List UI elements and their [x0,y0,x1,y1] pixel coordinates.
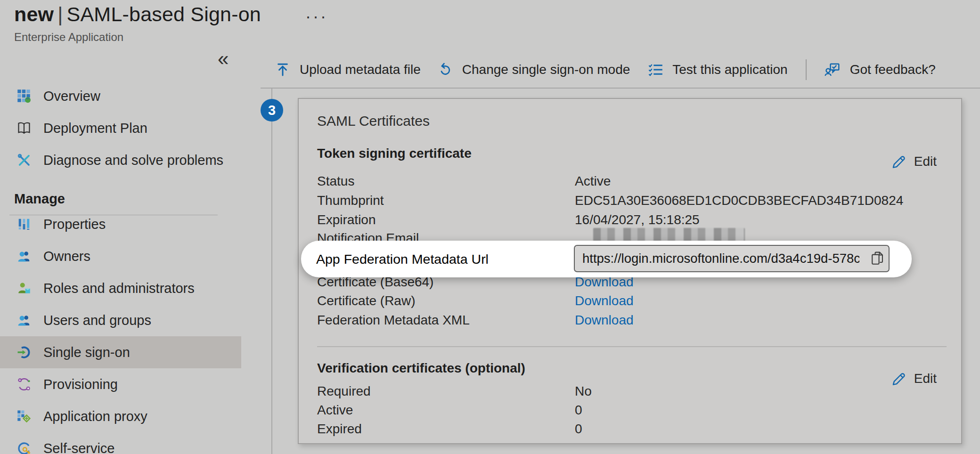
sidebar-item-label: Deployment Plan [43,121,147,136]
verification-row-active: Active 0 [317,401,944,420]
crossed-tools-icon [17,153,31,167]
command-bar: Upload metadata file Change single sign-… [275,52,936,88]
page-header: new|SAML-based Sign-on Enterprise Applic… [14,3,261,44]
saml-sign-on-page: new|SAML-based Sign-on Enterprise Applic… [0,0,980,454]
sidebar-item-application-proxy[interactable]: Application proxy [0,400,241,432]
sidebar-item-label: Single sign-on [43,345,130,360]
metadata-url-input[interactable]: https://login.microsoftonline.com/d3a4c1… [574,245,890,272]
download-raw-link[interactable]: Download [575,293,634,308]
sidebar-item-deployment-plan[interactable]: Deployment Plan [0,112,241,144]
row-label: App Federation Metadata Url [316,251,489,267]
upload-icon [275,62,290,77]
blade-title: SAML-based Sign-on [67,3,261,25]
token-signing-heading: Token signing certificate [317,146,472,161]
upload-metadata-button[interactable]: Upload metadata file [275,62,421,77]
sidebar-item-label: Diagnose and solve problems [43,153,223,168]
required-value: No [575,384,592,399]
row-label: Thumbprint [317,193,384,208]
undo-arrow-icon [439,63,453,77]
download-federation-xml-link[interactable]: Download [575,313,634,328]
row-label: Expiration [317,212,376,227]
status-value: Active [575,174,611,189]
sidebar-item-provisioning[interactable]: Provisioning [0,368,241,400]
content-top-divider [261,88,980,89]
toolbar-button-label: Change single sign-on mode [462,62,630,77]
sign-in-circle-icon [17,345,31,359]
cert-row-raw: Certificate (Raw) Download [317,292,944,310]
active-count-value: 0 [575,403,582,418]
sidebar-item-self-service[interactable]: Self-service [0,432,241,454]
row-label: Federation Metadata XML [317,313,470,328]
sidebar-item-users-groups[interactable]: Users and groups [0,304,241,336]
cert-row-thumbprint: Thumbprint EDC51A30E36068ED1CD0CDB3BECFA… [317,191,944,210]
open-book-icon [17,121,31,135]
sidebar-item-label: Owners [43,249,90,264]
metadata-url-value: https://login.microsoftonline.com/d3a4c1… [575,251,859,266]
sidebar-item-diagnose[interactable]: Diagnose and solve problems [0,144,241,176]
sidebar-item-label: Overview [43,89,100,104]
change-sso-mode-button[interactable]: Change single sign-on mode [439,62,630,77]
collapse-sidebar-icon[interactable]: « [218,49,229,69]
row-label: Required [317,384,371,399]
sidebar-group-label: Manage [14,191,65,207]
bars-icon [17,217,31,231]
more-menu-icon[interactable]: ··· [305,7,328,26]
cert-row-expiration: Expiration 16/04/2027, 15:18:25 [317,211,944,229]
verification-certificates-heading: Verification certificates (optional) [317,361,525,376]
sidebar-item-label: Application proxy [43,409,147,424]
feedback-person-icon [825,62,841,77]
toolbar-separator [806,59,807,80]
toolbar-button-label: Test this application [672,62,787,77]
sidebar: « Overview Deployment Plan Diagnose and … [0,45,241,454]
pencil-icon [891,154,907,170]
checklist-icon [648,63,663,77]
sidebar-item-properties[interactable]: Properties [0,208,241,240]
sidebar-item-single-sign-on[interactable]: Single sign-on [0,336,241,368]
cert-row-federation-xml: Federation Metadata XML Download [317,311,944,330]
sidebar-item-label: Properties [43,217,106,232]
toolbar-button-label: Upload metadata file [300,62,421,77]
edit-label: Edit [914,154,937,169]
app-federation-metadata-url-row-highlight: App Federation Metadata Url https://logi… [301,241,912,277]
row-label: Active [317,403,353,418]
sidebar-item-label: Self-service [43,441,115,454]
row-label: Status [317,174,354,189]
saml-certificates-panel: SAML Certificates Token signing certific… [298,98,962,444]
row-label: Certificate (Raw) [317,293,415,308]
section-divider [317,346,947,347]
step-timeline-line [271,88,272,454]
toolbar-button-label: Got feedback? [850,62,936,77]
app-name: new [14,3,54,25]
thumbprint-value: EDC51A30E36068ED1CD0CDB3BECFAD34B71D0824 [575,193,903,208]
sync-circle-icon [17,377,31,391]
cert-row-status: Status Active [317,172,944,191]
verification-row-required: Required No [317,382,944,401]
sidebar-item-overview[interactable]: Overview [0,80,241,112]
grid-diamond-icon [17,409,31,423]
expired-count-value: 0 [575,422,582,437]
page-subtitle: Enterprise Application [14,31,261,44]
got-feedback-button[interactable]: Got feedback? [825,62,936,77]
sidebar-item-owners[interactable]: Owners [0,240,241,272]
panel-title: SAML Certificates [317,113,430,129]
test-application-button[interactable]: Test this application [648,62,787,77]
row-label: Expired [317,422,362,437]
sidebar-item-label: Users and groups [43,313,151,328]
sidebar-nav-top: Overview Deployment Plan Diagnose and so… [0,80,241,176]
edit-token-certificate-button[interactable]: Edit [891,154,937,170]
copy-icon[interactable] [870,251,884,267]
verification-row-expired: Expired 0 [317,420,944,438]
sidebar-item-label: Provisioning [43,377,118,392]
circle-key-icon [17,441,31,454]
page-title: new|SAML-based Sign-on [14,3,261,26]
person-cube-icon [17,281,31,295]
people-icon [17,249,31,263]
sidebar-item-label: Roles and administrators [43,281,195,296]
grid-globe-icon [17,89,31,103]
expiration-value: 16/04/2027, 15:18:25 [575,212,700,227]
sidebar-nav-manage: Properties Owners Roles and administrato… [0,208,241,454]
people-icon [17,313,31,327]
step-number-badge: 3 [261,99,283,122]
title-separator: | [54,3,66,25]
sidebar-item-roles[interactable]: Roles and administrators [0,272,241,304]
